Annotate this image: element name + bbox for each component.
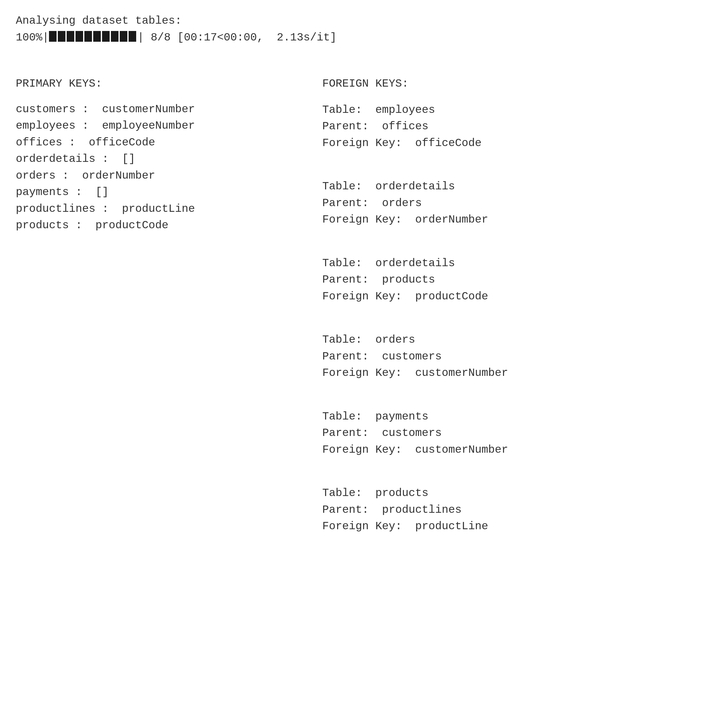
analysis-header: Analysing dataset tables: 100%|| 8/8 [00… [16,13,712,47]
progress-bar-segment [93,31,101,42]
primary-key-row: orders : orderNumber [16,168,310,184]
fk-table-line: Table: payments [322,409,712,425]
foreign-keys-list: Table: employeesParent: officesForeign K… [322,102,712,535]
progress-bar-segment [120,31,127,42]
fk-parent-line: Parent: offices [322,118,712,135]
fk-table-line: Table: products [322,485,712,502]
fk-parent-line: Parent: products [322,272,712,288]
analysis-title: Analysing dataset tables: [16,13,712,29]
progress-bar-segment [67,31,74,42]
foreign-keys-heading: FOREIGN KEYS: [322,76,712,92]
progress-bar-segment [84,31,92,42]
foreign-keys-column: FOREIGN KEYS: Table: employeesParent: of… [322,76,712,562]
fk-parent-line: Parent: orders [322,195,712,212]
progress-bar [49,31,137,47]
progress-percent: 100% [16,31,42,44]
progress-bar-segment [76,31,83,42]
foreign-key-block: Table: paymentsParent: customersForeign … [322,409,712,458]
primary-keys-column: PRIMARY KEYS: customers : customerNumber… [16,76,310,562]
fk-parent-line: Parent: productlines [322,502,712,519]
foreign-key-block: Table: employeesParent: officesForeign K… [322,102,712,152]
primary-key-row: orderdetails : [] [16,151,310,168]
fk-table-line: Table: orders [322,332,712,348]
keys-columns: PRIMARY KEYS: customers : customerNumber… [16,76,712,562]
primary-key-row: customers : customerNumber [16,101,310,118]
fk-table-line: Table: employees [322,102,712,119]
progress-bar-segment [58,31,65,42]
fk-key-line: Foreign Key: customerNumber [322,442,712,458]
fk-key-line: Foreign Key: customerNumber [322,365,712,381]
progress-bar-segment [102,31,110,42]
foreign-key-block: Table: productsParent: productlinesForei… [322,485,712,535]
fk-key-line: Foreign Key: productCode [322,288,712,305]
progress-bar-segment [111,31,119,42]
fk-table-line: Table: orderdetails [322,255,712,272]
fk-table-line: Table: orderdetails [322,178,712,195]
progress-line: 100%|| 8/8 [00:17<00:00, 2.13s/it] [16,29,712,47]
primary-keys-heading: PRIMARY KEYS: [16,76,310,92]
fk-key-line: Foreign Key: productLine [322,518,712,535]
primary-key-row: offices : officeCode [16,134,310,151]
foreign-key-block: Table: orderdetailsParent: ordersForeign… [322,178,712,228]
fk-key-line: Foreign Key: officeCode [322,135,712,152]
fk-parent-line: Parent: customers [322,348,712,365]
foreign-key-block: Table: orderdetailsParent: productsForei… [322,255,712,305]
progress-bar-segment [129,31,136,42]
fk-parent-line: Parent: customers [322,425,712,442]
primary-key-row: employees : employeeNumber [16,117,310,134]
primary-key-row: products : productCode [16,217,310,234]
progress-stats: 8/8 [00:17<00:00, 2.13s/it] [144,31,337,44]
fk-key-line: Foreign Key: orderNumber [322,212,712,228]
primary-key-row: productlines : productLine [16,201,310,218]
primary-key-row: payments : [] [16,184,310,201]
foreign-key-block: Table: ordersParent: customersForeign Ke… [322,332,712,381]
primary-keys-list: customers : customerNumberemployees : em… [16,101,310,234]
progress-bar-segment [49,31,56,42]
